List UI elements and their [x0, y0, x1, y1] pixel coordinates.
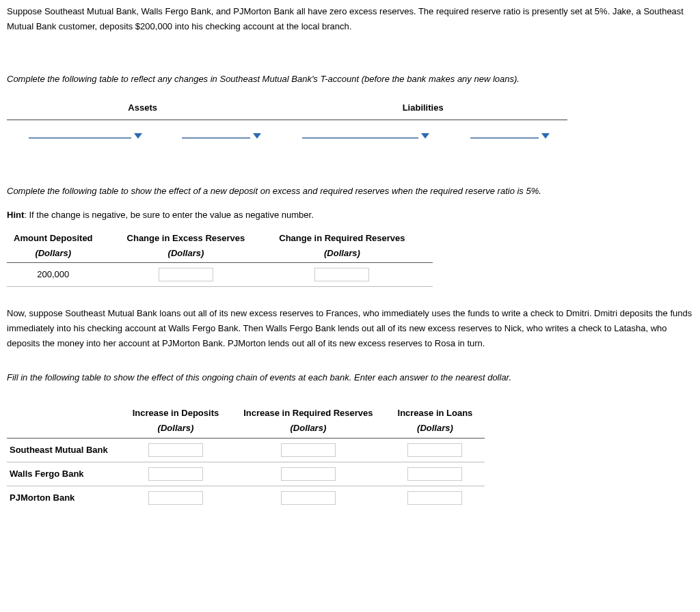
input-wf-deposits[interactable] — [148, 467, 203, 481]
input-wf-required[interactable] — [281, 467, 336, 481]
liability-dropdown-1[interactable] — [302, 133, 429, 139]
reserves-table: Amount Deposited (Dollars) Change in Exc… — [7, 230, 433, 287]
part2-hint: Hint: If the change is negative, be sure… — [7, 208, 693, 223]
input-se-deposits[interactable] — [148, 443, 203, 457]
input-wf-loans[interactable] — [407, 467, 462, 481]
input-pj-required[interactable] — [281, 491, 336, 505]
asset-dropdown-1[interactable] — [29, 133, 142, 139]
part1-instruction: Complete the following table to reflect … — [7, 72, 693, 87]
intro-paragraph: Suppose Southeast Mutual Bank, Walls Fer… — [7, 4, 693, 34]
chain-table: Increase in Deposits (Dollars) Increase … — [7, 404, 485, 509]
input-se-loans[interactable] — [407, 443, 462, 457]
row-pjmorton: PJMorton Bank — [7, 486, 120, 510]
hint-text: : If the change is negative, be sure to … — [24, 210, 314, 220]
col-amount-deposited: Amount Deposited (Dollars) — [7, 230, 120, 263]
chevron-down-icon — [134, 133, 142, 139]
part2-instruction: Complete the following table to show the… — [7, 184, 693, 199]
row-wallsfer: Walls Fergo Bank — [7, 462, 120, 486]
input-pj-deposits[interactable] — [148, 491, 203, 505]
chevron-down-icon — [421, 133, 429, 139]
amount-deposited-value: 200,000 — [7, 262, 120, 286]
part3-instruction: Fill in the following table to show the … — [7, 370, 693, 385]
input-change-excess[interactable] — [159, 268, 213, 281]
hint-label: Hint — [7, 210, 24, 220]
input-pj-loans[interactable] — [407, 491, 462, 505]
col-change-required: Change in Required Reserves (Dollars) — [272, 230, 432, 263]
header-liabilities: Liabilities — [278, 96, 567, 120]
chevron-down-icon — [253, 133, 261, 139]
asset-dropdown-2[interactable] — [182, 133, 261, 139]
header-assets: Assets — [7, 96, 278, 120]
input-se-required[interactable] — [281, 443, 336, 457]
chevron-down-icon — [541, 133, 550, 139]
liability-dropdown-2[interactable] — [470, 133, 550, 139]
col-increase-loans: Increase in Loans (Dollars) — [386, 404, 485, 438]
t-account-table: Assets Liabilities — [7, 96, 567, 146]
input-change-required[interactable] — [314, 268, 369, 281]
col-increase-deposits: Increase in Deposits (Dollars) — [120, 404, 231, 438]
col-increase-required: Increase in Required Reserves (Dollars) — [231, 404, 385, 438]
part3-story: Now, suppose Southeast Mutual Bank loans… — [7, 306, 693, 351]
col-change-excess: Change in Excess Reserves (Dollars) — [120, 230, 273, 263]
row-southeast: Southeast Mutual Bank — [7, 438, 120, 462]
